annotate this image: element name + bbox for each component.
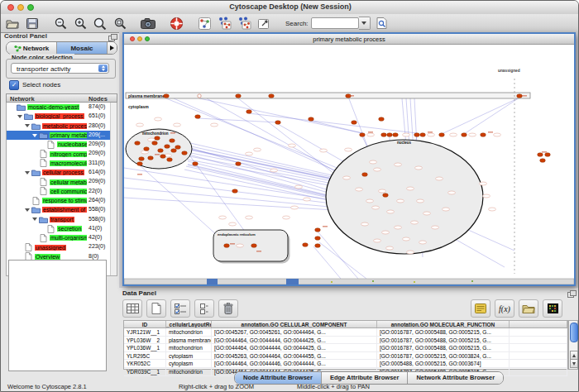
table-row[interactable]: YPL036W__2plasma membrane[GO:0044464, GO… [124,337,567,345]
gene-node[interactable] [236,94,242,98]
label-node[interactable] [448,191,456,194]
tree-row[interactable]: primary metabo209(... [7,131,117,140]
label-node[interactable] [403,133,410,136]
select-nodes-checkbox[interactable]: ✓ [9,80,19,90]
label-node[interactable] [219,216,227,219]
label-node[interactable] [483,194,490,198]
zoom-out-button[interactable] [52,16,69,31]
gene-node[interactable] [462,133,467,137]
label-node[interactable] [136,123,144,127]
gene-node[interactable] [393,133,399,137]
label-node[interactable] [480,182,487,185]
label-node[interactable] [270,169,278,172]
snapshot-button[interactable] [140,16,156,31]
label-node[interactable] [148,138,156,141]
scroll-down-button[interactable] [570,359,578,368]
gene-node[interactable] [379,117,385,122]
gene-node[interactable] [139,157,145,161]
save-session-button[interactable] [24,16,41,31]
label-node[interactable] [141,151,149,154]
tree-row[interactable]: transport558(0) [7,215,117,224]
label-node[interactable] [343,176,351,179]
column-header[interactable]: annotation.GO MOLECULAR_FUNCTION [377,321,510,327]
network-canvas[interactable]: plasma membrane cytoplasm mitochondrion … [124,44,574,284]
label-node[interactable] [415,166,423,170]
label-node[interactable] [295,185,303,189]
label-node[interactable] [397,199,404,203]
node-color-select[interactable]: transporter activity [11,63,109,74]
label-node[interactable] [417,199,424,203]
column-header[interactable]: _cellularLayoutRegion [166,321,212,327]
label-node[interactable] [407,187,414,190]
label-node[interactable] [374,168,381,171]
tree-row[interactable]: metabolic process280(0) [7,122,117,131]
label-node[interactable] [374,239,381,242]
label-node[interactable] [432,226,439,229]
gene-node[interactable] [152,141,158,146]
browser-tab[interactable]: Node Attribute Browser [235,372,322,384]
network-manager-button[interactable] [196,16,213,31]
gene-node[interactable] [545,153,551,157]
table-row[interactable]: YPL036W__1mitochondrion[GO:0044464, GO:0… [124,344,567,352]
browser-tab[interactable]: Network Attribute Browser [408,372,503,384]
label-node[interactable] [356,188,363,191]
tree-row[interactable]: response to stimulu264(0) [7,196,117,205]
label-node[interactable] [246,216,253,219]
tab-mosaic[interactable]: Mosaic [57,42,108,54]
label-node[interactable] [367,133,375,136]
column-header[interactable]: annotation.GO CELLULAR_COMPONENT [212,321,377,327]
label-node[interactable] [345,148,352,151]
attribute-table-button[interactable] [122,299,142,318]
gene-node[interactable] [175,146,181,150]
gene-node[interactable] [224,244,230,248]
label-node[interactable] [361,222,369,226]
vizmapper-button[interactable] [256,16,272,31]
gene-node[interactable] [144,147,150,151]
gene-node[interactable] [540,159,546,163]
label-node[interactable] [436,177,443,180]
gene-node[interactable] [303,243,309,247]
search-dropdown-button[interactable] [359,17,371,30]
label-node[interactable] [370,160,377,164]
attribute-editor-button[interactable] [471,299,490,318]
tree-row[interactable]: biological_process651(0) [7,112,117,121]
tree-scrollbar[interactable] [110,103,117,275]
gene-node[interactable] [381,133,387,137]
gene-node[interactable] [182,151,188,155]
nucleus-region[interactable]: nucleus [326,140,483,254]
gene-node[interactable] [383,194,389,198]
label-node[interactable] [372,206,380,209]
column-header[interactable]: ID [124,321,166,327]
label-node[interactable] [443,208,450,211]
plasma-membrane-region[interactable]: plasma membrane [126,93,530,98]
label-node[interactable] [289,144,296,147]
open-session-button[interactable] [4,16,21,31]
label-node[interactable] [395,163,402,166]
float-panel-icon[interactable] [108,34,116,41]
tree-row[interactable]: cellular process614(0) [7,168,117,177]
label-node[interactable] [379,189,386,193]
gene-node[interactable] [165,145,170,149]
gene-node[interactable] [315,228,321,232]
help-button[interactable] [168,16,184,31]
gene-node[interactable] [232,189,238,194]
scrollbar-thumb[interactable] [570,323,578,342]
expand-arrow-icon[interactable] [25,207,31,213]
label-node[interactable] [304,198,311,201]
attribute-table-header[interactable]: ID_cellularLayoutRegionannotation.GO CEL… [123,320,568,328]
tree-row[interactable]: mosaic-demo-yeast874(0) [7,103,117,112]
tree-row[interactable]: cellular metabo209(0) [7,177,117,186]
unselect-attributes-button[interactable] [194,299,214,318]
gene-node[interactable] [158,149,164,153]
label-node[interactable] [246,152,253,155]
select-attributes-button[interactable] [170,299,190,318]
delete-attribute-button[interactable] [218,299,238,318]
label-node[interactable] [211,123,218,127]
tree-row[interactable]: nucleobase-209(0) [7,140,117,149]
label-node[interactable] [291,206,299,209]
attribute-table[interactable]: YJR121W__1mitochondrion[GO:0045267, GO:0… [123,328,568,370]
label-node[interactable] [382,231,390,234]
zoom-in-button[interactable] [72,16,89,31]
gene-node[interactable] [251,244,257,248]
gene-node[interactable] [195,115,201,119]
